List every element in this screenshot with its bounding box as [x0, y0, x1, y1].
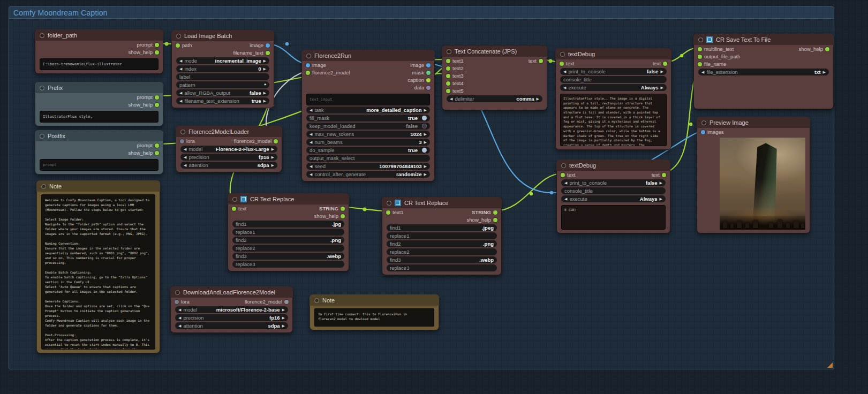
input-port-lora[interactable] [180, 139, 184, 143]
widget-control-after-generate[interactable]: ◀control_after_generaterandomize▶ [306, 171, 430, 178]
widget-print-to-console[interactable]: ◀print_to_consolefalse▶ [561, 179, 666, 186]
collapse-icon[interactable] [701, 120, 706, 125]
output-port-show-help[interactable] [155, 103, 159, 107]
group-resize-handle[interactable] [827, 362, 833, 368]
node-header[interactable]: Florence2ModelLoader [176, 126, 282, 137]
collapse-icon[interactable] [560, 52, 565, 57]
input-port-file-name[interactable] [698, 62, 702, 66]
widget-replace1[interactable]: replace1 [232, 229, 344, 236]
node-header[interactable]: Load Image Batch [171, 30, 274, 41]
input-port-text5[interactable] [446, 89, 450, 93]
output-port-show-help[interactable] [341, 214, 345, 218]
widget-find1[interactable]: find1.jpeg [387, 224, 497, 231]
collapse-icon[interactable] [561, 163, 566, 168]
output-port-caption[interactable] [426, 78, 431, 82]
note-text[interactable]: Welcome to Comfy Moondream Caption, a to… [41, 194, 155, 350]
widget-find2[interactable]: find2.png [232, 237, 344, 244]
input-port-path[interactable] [176, 43, 180, 48]
input-port-text1[interactable] [446, 59, 450, 63]
folder-path-input[interactable]: E:\baza-trenowania\flux-illustrator [40, 58, 158, 70]
debug-output-text[interactable]: 0 (10) [561, 205, 666, 230]
input-port-text[interactable] [232, 207, 236, 211]
collapse-icon[interactable] [40, 33, 44, 38]
collapse-icon[interactable] [176, 34, 181, 39]
widget-precision[interactable]: ◀precisionfp16▶ [180, 154, 277, 161]
output-port-text[interactable] [662, 173, 666, 177]
node-header[interactable]: Preview Image [697, 117, 810, 128]
node-header[interactable]: textDebug [555, 48, 671, 59]
input-port-image[interactable] [306, 63, 310, 67]
input-port-text2[interactable] [446, 66, 450, 71]
widget-filename-text-extension[interactable]: ◀filename_text_extensiontrue▶ [176, 97, 269, 104]
widget-console-title[interactable]: console_title [560, 76, 667, 83]
widget-delimiter[interactable]: ◀delimitercomma▶ [447, 95, 542, 102]
output-port-image[interactable] [266, 43, 270, 48]
output-port-prompt[interactable] [155, 143, 159, 148]
input-port-lora[interactable] [175, 300, 179, 304]
output-port-prompt[interactable] [155, 95, 159, 100]
node-header[interactable]: DownloadAndLoadFlorence2Model [170, 286, 293, 298]
input-port-text3[interactable] [446, 74, 450, 78]
widget-find3[interactable]: find3.webp [232, 253, 344, 260]
collapse-icon[interactable] [41, 184, 46, 189]
collapse-icon[interactable] [175, 290, 180, 295]
output-port-string[interactable] [341, 207, 345, 211]
widget-attention[interactable]: ◀attentionsdpa▶ [180, 162, 277, 169]
widget-print-to-console[interactable]: ◀print_to_consolefalse▶ [560, 68, 667, 75]
node-header[interactable]: CR Text Replace [382, 197, 502, 208]
widget-execute[interactable]: ◀executeAlways▶ [561, 195, 666, 202]
node-header[interactable]: Postfix [35, 130, 163, 141]
node-header[interactable]: folder_path [35, 29, 163, 41]
debug-output-text[interactable]: IllustratorFlux style,, The image is a d… [560, 94, 667, 146]
widget-execute[interactable]: ◀executeAlways▶ [560, 84, 667, 91]
postfix-input[interactable]: prompt [40, 159, 158, 171]
input-port-multiline-text[interactable] [698, 47, 702, 51]
widget-find3[interactable]: find3.webp [387, 256, 497, 263]
node-header[interactable]: Note [36, 180, 160, 192]
widget-allow-rgba-output[interactable]: ◀allow_RGBA_outputfalse▶ [176, 89, 269, 96]
node-header[interactable]: Text Concatenate (JPS) [442, 46, 547, 57]
text-input-field[interactable]: text_input [306, 94, 430, 105]
widget-fill-mask[interactable]: fill_masktrue [306, 115, 430, 122]
widget-file-extension[interactable]: ◀file_extensiontxt▶ [698, 69, 829, 75]
output-port-data[interactable] [426, 86, 431, 90]
input-port-text1[interactable] [386, 210, 390, 215]
widget-seed[interactable]: ◀seed100799704849103▶ [306, 163, 430, 170]
widget-replace3[interactable]: replace3 [387, 264, 497, 271]
input-port-output-file-path[interactable] [698, 55, 702, 59]
output-port-show-help[interactable] [493, 218, 497, 222]
collapse-icon[interactable] [698, 37, 703, 42]
widget-do-sample[interactable]: do_sampletrue [306, 147, 430, 154]
widget-attention[interactable]: ◀attentionsdpa▶ [175, 322, 288, 329]
widget-label[interactable]: label [176, 73, 269, 80]
widget-keep-model-loaded[interactable]: keep_model_loadedfalse [306, 123, 430, 130]
output-port-text[interactable] [663, 62, 667, 66]
output-port-string[interactable] [493, 210, 497, 215]
widget-precision[interactable]: ◀precisionfp16▶ [175, 314, 288, 321]
collapse-icon[interactable] [40, 86, 44, 90]
node-header[interactable]: CR Text Replace [228, 193, 349, 204]
input-port-text[interactable] [560, 62, 564, 66]
node-header[interactable]: textDebug [556, 160, 670, 171]
input-port-text[interactable] [561, 173, 565, 177]
note-text[interactable]: In first time connect this to Florence2R… [314, 308, 434, 327]
widget-find2[interactable]: find2.png [387, 240, 497, 247]
collapse-icon[interactable] [314, 298, 319, 303]
output-port-mask[interactable] [426, 71, 431, 75]
output-port-image[interactable] [426, 63, 431, 67]
widget-mode[interactable]: ◀modeincremental_image▶ [176, 57, 269, 64]
widget-find1[interactable]: find1.jpg [232, 221, 344, 228]
collapse-icon[interactable] [40, 134, 44, 139]
widget-model[interactable]: ◀modelFlorence-2-Flux-Large▶ [180, 146, 277, 153]
widget-replace3[interactable]: replace3 [232, 261, 344, 268]
output-port-florence2-model[interactable] [284, 300, 289, 304]
output-port-text[interactable] [539, 59, 543, 63]
node-header[interactable]: Florence2Run [301, 50, 435, 61]
output-port-prompt[interactable] [155, 43, 159, 47]
prefix-input[interactable]: IllustratorFlux style, [40, 111, 158, 123]
output-port-show-help[interactable] [155, 50, 159, 55]
widget-console-title[interactable]: console_title [561, 187, 666, 194]
widget-task[interactable]: ◀taskmore_detailed_caption▶ [306, 107, 430, 113]
group-titlebar[interactable]: Comfy Moondream Caption [9, 7, 834, 19]
graph-canvas[interactable]: Comfy Moondream Caption folder_path [0, 0, 868, 394]
